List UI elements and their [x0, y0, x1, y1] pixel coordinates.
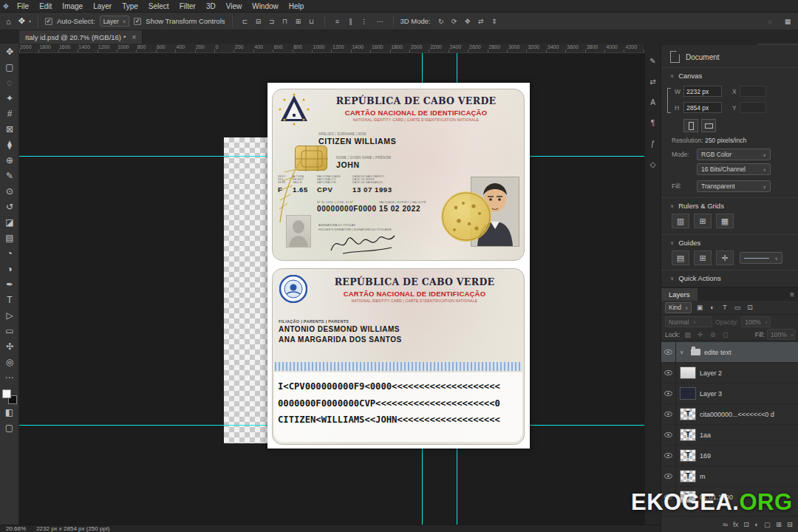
auto-select-dropdown[interactable]: Layer ∨ [100, 16, 130, 27]
align-top-icon[interactable]: ⊓ [279, 16, 291, 27]
visibility-toggle[interactable] [661, 404, 676, 425]
color-swatches[interactable] [2, 389, 17, 404]
horizontal-ruler[interactable]: 2000180016001400120010008006004002000200… [19, 44, 644, 53]
adjustment-layer-icon[interactable]: ◐ [754, 520, 759, 528]
crop-tool[interactable]: # [0, 106, 19, 121]
tab-layers[interactable]: Layers [661, 288, 698, 301]
tool-preset-arrow-icon[interactable]: ▾ [29, 18, 31, 24]
layer-thumbnail[interactable] [680, 366, 696, 379]
pixel-grid-icon[interactable]: ▦ [716, 214, 734, 228]
pan-3d-icon[interactable]: ✥ [462, 16, 474, 27]
filter-pixel-icon[interactable]: ▣ [694, 302, 705, 313]
adjustments-panel-icon[interactable]: ◇ [647, 157, 660, 171]
visibility-toggle[interactable] [661, 383, 676, 404]
filter-type-icon[interactable]: T [719, 302, 730, 313]
align-bottom-icon[interactable]: ⊔ [306, 16, 318, 27]
y-input[interactable] [740, 102, 766, 113]
visibility-toggle[interactable] [661, 466, 676, 487]
search-icon[interactable]: ◌ [764, 16, 776, 27]
visibility-toggle[interactable] [661, 363, 676, 383]
menu-item[interactable]: Select [143, 0, 174, 12]
visibility-toggle[interactable] [661, 487, 676, 508]
home-icon[interactable]: ⌂ [4, 17, 13, 26]
zoom-level[interactable]: 20.66% [6, 525, 26, 532]
menu-item[interactable]: 3D [201, 0, 221, 12]
active-tool-icon[interactable]: ✥ [17, 16, 27, 26]
type-tool[interactable]: T [0, 292, 19, 307]
lock-pixels-icon[interactable]: ✛ [695, 330, 706, 340]
x-input[interactable] [740, 86, 766, 97]
guide-style-dropdown[interactable]: ∨ [740, 252, 782, 264]
menu-item[interactable]: Type [117, 0, 143, 12]
document-canvas[interactable]: REPÚBLICA DE CABO VERDE CARTÃO NACIONAL … [267, 83, 530, 449]
distribute-vertical-icon[interactable]: ≡ [332, 16, 344, 27]
link-layers-icon[interactable]: ∞ [723, 520, 728, 528]
delete-layer-icon[interactable]: ⊟ [787, 520, 793, 528]
menu-item[interactable]: Edit [34, 0, 57, 12]
distribute-horizontal-icon[interactable]: ∥ [345, 16, 357, 27]
visibility-toggle[interactable] [661, 425, 676, 446]
menu-item[interactable]: File [12, 0, 34, 12]
filter-kind-dropdown[interactable]: Kind ∨ [665, 302, 692, 313]
workspace-icon[interactable]: ▦ [782, 16, 794, 27]
menu-item[interactable]: View [221, 0, 248, 12]
clone-stamp-tool[interactable]: ⊙ [0, 183, 19, 199]
layer-row-cita[interactable]: T cita000000...<<<<<<<0 d [661, 404, 798, 425]
new-group-icon[interactable]: ▢ [764, 520, 771, 528]
align-middle-icon[interactable]: ⊞ [293, 16, 304, 27]
blur-tool[interactable]: ◔ [0, 245, 19, 261]
height-input[interactable] [683, 102, 722, 113]
align-left-icon[interactable]: ⊏ [239, 16, 251, 27]
layer-row-169[interactable]: T 169 [661, 446, 798, 466]
distribute-more-icon[interactable]: ⋮ [358, 16, 370, 27]
align-right-icon[interactable]: ⊐ [266, 16, 278, 27]
scale-3d-icon[interactable]: ⇕ [488, 16, 500, 27]
character-panel-icon[interactable]: A [647, 95, 660, 109]
text-layer-thumbnail[interactable]: T [680, 449, 696, 462]
portrait-orientation-button[interactable] [683, 119, 698, 132]
filter-smart-object-icon[interactable]: ⊡ [744, 302, 755, 313]
shape-tool[interactable]: ▭ [0, 323, 19, 338]
rulers-grids-section-header[interactable]: ∨ Rulers & Grids [670, 202, 724, 210]
frame-tool[interactable]: ⊠ [0, 121, 19, 137]
menu-item[interactable]: Layer [88, 0, 117, 12]
guides-section-header[interactable]: ∨ Guides [670, 239, 700, 247]
menu-item[interactable]: Help [284, 0, 310, 12]
toggle-grid-icon[interactable]: ⊞ [694, 214, 712, 228]
lock-position-icon[interactable]: ⊘ [707, 330, 718, 340]
link-dimensions-icon[interactable] [667, 88, 671, 113]
landscape-orientation-button[interactable] [701, 119, 716, 132]
brush-settings-icon[interactable]: ✎ [647, 54, 660, 67]
canvas-section-header[interactable]: ∨ Canvas [670, 72, 702, 80]
gradient-tool[interactable]: ▤ [0, 230, 19, 245]
clear-guides-icon[interactable]: ✛ [716, 250, 734, 265]
visibility-toggle[interactable] [661, 446, 676, 466]
expand-chevron-icon[interactable]: ∨ [680, 349, 686, 355]
bit-depth-dropdown[interactable]: 16 Bits/Channel ∨ [697, 163, 771, 175]
layer-row-01-01-1990[interactable]: T 01.01.1990 [661, 487, 798, 508]
hand-tool[interactable]: ✣ [0, 338, 19, 354]
menu-item[interactable]: Window [247, 0, 284, 12]
text-layer-thumbnail[interactable]: T [680, 429, 696, 441]
brush-tool[interactable]: ✎ [0, 168, 19, 183]
orbit-3d-icon[interactable]: ↻ [435, 16, 447, 27]
opacity-dropdown[interactable]: 100% ∨ [741, 316, 771, 327]
lasso-tool[interactable]: ◌ [0, 75, 19, 90]
document-tab[interactable]: Italy id.psd @ 20.7% (RGB/16) * × [19, 30, 143, 44]
history-brush-tool[interactable]: ↺ [0, 199, 19, 214]
quick-mask-icon[interactable]: ◧ [0, 404, 19, 420]
layer-row-edite-text[interactable]: ∨ edite text [661, 342, 798, 363]
menu-item[interactable]: Filter [174, 0, 201, 12]
dodge-tool[interactable]: ◑ [0, 261, 19, 276]
layer-row-1aa[interactable]: T 1aa [661, 425, 798, 446]
canvas-area[interactable]: REPÚBLICA DE CABO VERDE CARTÃO NACIONAL … [19, 53, 644, 525]
eraser-tool[interactable]: ◪ [0, 214, 19, 230]
visibility-toggle[interactable] [661, 342, 676, 363]
layer-row-layer-2[interactable]: Layer 2 [661, 363, 798, 383]
filter-shape-icon[interactable]: ▭ [732, 302, 743, 313]
slide-3d-icon[interactable]: ⇄ [475, 16, 487, 27]
marquee-tool[interactable]: ▢ [0, 59, 19, 75]
healing-brush-tool[interactable]: ⊕ [0, 152, 19, 168]
align-center-h-icon[interactable]: ⊟ [253, 16, 265, 27]
screen-mode-icon[interactable]: ▢ [0, 420, 19, 435]
